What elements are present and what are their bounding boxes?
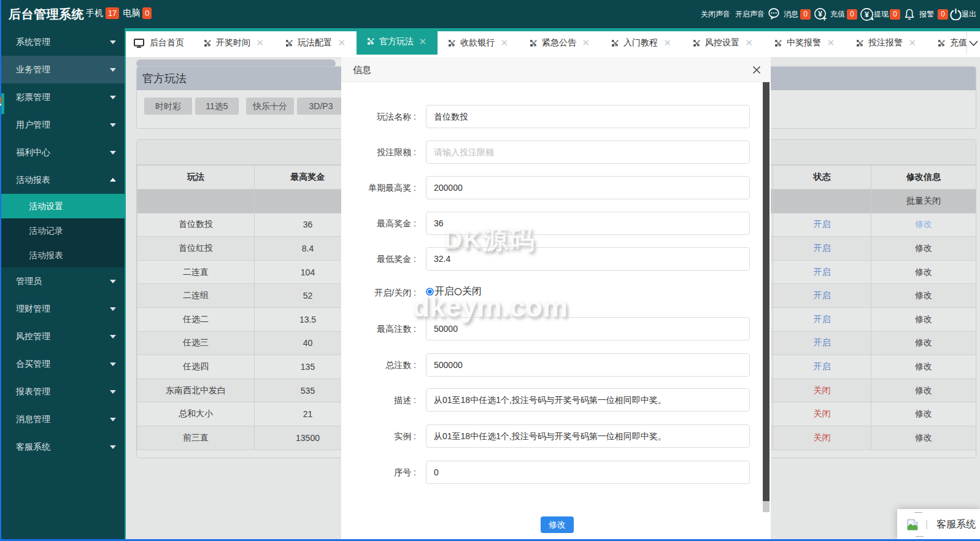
- svg-text:¥: ¥: [865, 10, 869, 19]
- svg-text:¥: ¥: [818, 9, 822, 18]
